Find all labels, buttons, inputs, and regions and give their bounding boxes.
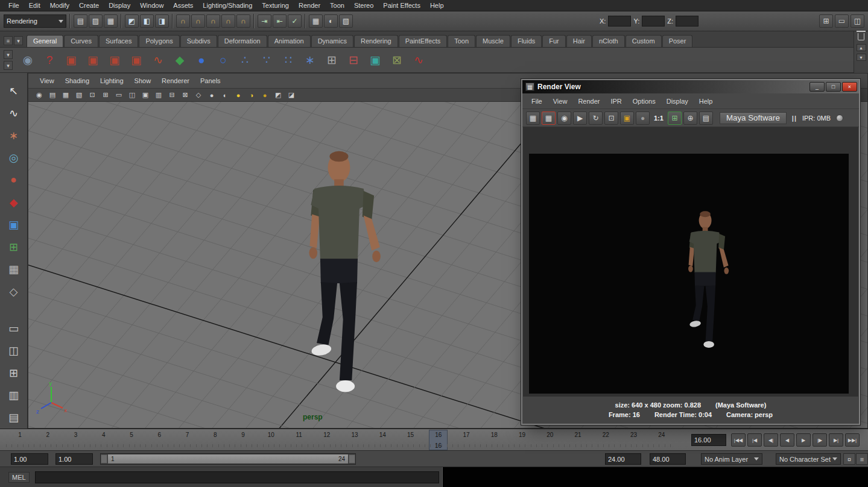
- outliner-layout-icon[interactable]: ▥: [3, 385, 25, 406]
- z-coordinate-input[interactable]: [676, 16, 699, 27]
- menu-item[interactable]: Texturing: [257, 0, 294, 11]
- shelf-tab[interactable]: Polygons: [139, 35, 179, 47]
- maximize-button[interactable]: □: [826, 82, 841, 92]
- scale-tool-icon[interactable]: ▣: [3, 214, 25, 235]
- rgb-channels-icon[interactable]: ▣: [620, 112, 634, 125]
- rotate-tool-icon[interactable]: ◆: [3, 192, 25, 213]
- paint-select-tool-icon[interactable]: ∗: [3, 125, 25, 146]
- alpha-channel-icon[interactable]: ●: [636, 112, 650, 125]
- construction-history-icon[interactable]: ✓: [288, 14, 302, 28]
- output-connections-icon[interactable]: ⇤: [273, 14, 287, 28]
- two-pane-layout-icon[interactable]: ◫: [3, 340, 25, 361]
- snap-to-curve-icon[interactable]: ∩: [191, 14, 205, 28]
- camera-from-view-icon[interactable]: ▣: [126, 50, 147, 71]
- range-slider-track[interactable]: 1 24: [100, 453, 356, 465]
- safe-action-icon[interactable]: ⊟: [166, 90, 178, 101]
- y-coordinate-input[interactable]: [642, 16, 665, 27]
- current-time-field[interactable]: [691, 434, 726, 446]
- open-scene-icon[interactable]: ▨: [89, 14, 103, 28]
- keep-image-icon[interactable]: ⊕: [683, 112, 697, 125]
- redo-previous-render-icon[interactable]: ▦: [526, 112, 540, 125]
- render-view-titlebar[interactable]: ▦ Render View _□×: [522, 80, 859, 93]
- shelf-tab[interactable]: Hair: [566, 35, 592, 47]
- render-current-frame-icon[interactable]: ▦: [309, 14, 323, 28]
- render-view-menu-item[interactable]: Render: [572, 98, 605, 105]
- image-plane-icon[interactable]: ▧: [73, 90, 85, 101]
- play-forward-button[interactable]: ▶: [796, 433, 811, 447]
- move-tool-icon[interactable]: ●: [3, 169, 25, 190]
- render-view-menu-item[interactable]: Help: [694, 98, 718, 105]
- hypergraph-layout-icon[interactable]: ▤: [3, 407, 25, 428]
- grid-toggle-icon[interactable]: ⊞: [100, 90, 112, 101]
- shelf-tab[interactable]: Muscle: [476, 35, 510, 47]
- film-gate-icon[interactable]: ▭: [113, 90, 125, 101]
- panel-menu-item[interactable]: Lighting: [95, 77, 129, 84]
- rendered-image[interactable]: [529, 154, 849, 394]
- command-feedback-area[interactable]: [442, 467, 868, 487]
- isolate-select-icon[interactable]: ◩: [272, 90, 284, 101]
- shelf-tab[interactable]: Surfaces: [99, 35, 138, 47]
- camera-aim-up-icon[interactable]: ▣: [104, 50, 125, 71]
- save-scene-icon[interactable]: ▦: [104, 14, 118, 28]
- shelf-collapse-icon[interactable]: ▾: [4, 61, 13, 70]
- play-backward-button[interactable]: ◀: [780, 433, 794, 447]
- step-back-key-button[interactable]: |◀: [747, 433, 762, 447]
- snap-to-point-icon[interactable]: ∩: [206, 14, 220, 28]
- minimize-button[interactable]: _: [809, 82, 825, 92]
- hide-ui-elements-icon[interactable]: ▭: [835, 14, 849, 28]
- shelf-tab[interactable]: General: [27, 35, 63, 47]
- anim-layer-dropdown[interactable]: No Anim Layer: [701, 453, 762, 465]
- snap-to-surface-icon[interactable]: ∩: [236, 14, 250, 28]
- menu-item[interactable]: Paint Effects: [378, 0, 425, 11]
- step-back-frame-button[interactable]: ◀|: [764, 433, 778, 447]
- shelf-menu-icon[interactable]: ≡: [4, 36, 13, 45]
- resolution-gate-icon[interactable]: ◫: [126, 90, 138, 101]
- snap-to-plane-icon[interactable]: ∩: [221, 14, 235, 28]
- playback-start-field[interactable]: [55, 453, 93, 465]
- refresh-ipr-image-icon[interactable]: ↻: [589, 112, 603, 125]
- animation-start-field[interactable]: [11, 453, 48, 465]
- menu-item[interactable]: Display: [104, 0, 135, 11]
- render-view-menu-item[interactable]: File: [526, 98, 548, 105]
- go-to-start-button[interactable]: |◀◀: [731, 433, 746, 447]
- select-tool-icon[interactable]: ↖: [3, 80, 25, 101]
- select-camera-icon[interactable]: ◉: [33, 90, 45, 101]
- render-help-icon[interactable]: ?: [39, 50, 60, 71]
- menu-item[interactable]: Edit: [24, 0, 45, 11]
- render-canvas[interactable]: [523, 127, 858, 397]
- shadows-icon[interactable]: ◑: [246, 90, 258, 101]
- textured-mode-icon[interactable]: ◐: [219, 90, 231, 101]
- scroll-down-icon[interactable]: ▼: [857, 54, 866, 61]
- range-slider-bar[interactable]: [108, 454, 348, 463]
- xray-icon[interactable]: ◪: [285, 90, 297, 101]
- panel-menu-item[interactable]: Renderer: [156, 77, 195, 84]
- camera-attributes-icon[interactable]: ▤: [46, 90, 59, 101]
- shelf-expand-icon[interactable]: ▾: [4, 50, 13, 59]
- ipr-update-region-icon[interactable]: ⊡: [604, 112, 618, 125]
- panel-menu-item[interactable]: View: [34, 77, 60, 84]
- time-slider[interactable]: 16 1234567891011121314151617181920212223…: [0, 429, 868, 451]
- auto-keyframe-icon[interactable]: ¤: [843, 453, 855, 465]
- panel-menu-item[interactable]: Show: [129, 77, 157, 84]
- soft-modification-tool-icon[interactable]: ◎: [3, 147, 25, 168]
- set-key-icon[interactable]: ⊟: [343, 50, 364, 71]
- command-language-toggle[interactable]: MEL: [8, 472, 30, 483]
- shelf-tab[interactable]: nCloth: [592, 35, 625, 47]
- show-manipulators-icon[interactable]: ⊞: [819, 14, 833, 28]
- select-object-icon[interactable]: ◧: [140, 14, 154, 28]
- panel-menu-item[interactable]: Shading: [60, 77, 95, 84]
- shelf-tab[interactable]: Curves: [64, 35, 98, 47]
- sidebar-toggle-icon[interactable]: ◫: [851, 14, 864, 28]
- four-pane-layout-icon[interactable]: ⊞: [3, 362, 25, 383]
- hypergraph-icon[interactable]: ⊞: [322, 50, 342, 71]
- menu-item[interactable]: File: [4, 0, 24, 11]
- blinn-sphere-icon[interactable]: ●: [191, 50, 212, 71]
- animation-preferences-icon[interactable]: ≡: [856, 453, 868, 465]
- menuset-dropdown[interactable]: Rendering: [4, 14, 66, 28]
- character-set-dropdown[interactable]: No Character Set: [776, 453, 841, 465]
- ambient-occlusion-icon[interactable]: ●: [259, 90, 271, 101]
- render-globe-icon[interactable]: ◉: [17, 50, 38, 71]
- shelf-tab[interactable]: Animation: [268, 35, 311, 47]
- shelf-tab[interactable]: Fluids: [511, 35, 542, 47]
- shelf-tab-options-icon[interactable]: ▾: [14, 36, 23, 45]
